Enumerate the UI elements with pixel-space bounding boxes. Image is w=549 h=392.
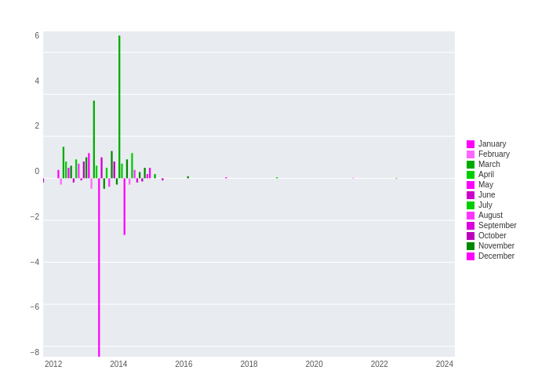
svg-rect-35 [111, 151, 112, 179]
svg-rect-55 [276, 177, 278, 178]
x-label-2012: 2012 [45, 360, 62, 368]
legend-color-may [467, 181, 474, 189]
legend-color-march [467, 161, 474, 169]
legend-label-february: February [478, 150, 510, 158]
legend-label-october: October [478, 231, 507, 240]
svg-rect-16 [63, 147, 64, 178]
legend-color-june [467, 191, 474, 199]
legend-label-december: December [478, 252, 514, 260]
legend-color-november [467, 242, 474, 250]
x-label-2020: 2020 [306, 360, 323, 368]
x-label-2024: 2024 [436, 360, 453, 368]
legend-color-july [467, 201, 474, 209]
y-label-n6: −6 [31, 303, 39, 311]
chart-plot-wrapper: 6 4 2 0 −2 −4 −6 −8 2012 2014 2016 2018 [16, 31, 455, 376]
x-label-2014: 2014 [110, 360, 127, 368]
legend-label-april: April [478, 170, 494, 179]
svg-rect-54 [225, 177, 227, 178]
svg-rect-34 [108, 178, 110, 187]
svg-rect-25 [85, 158, 87, 179]
legend-item-april: April [467, 170, 541, 179]
legend-item-march: March [467, 160, 541, 169]
svg-rect-46 [139, 172, 140, 178]
svg-rect-13 [43, 178, 44, 182]
svg-rect-30 [98, 178, 100, 357]
legend-item-october: October [467, 231, 541, 240]
legend-color-october [467, 232, 474, 240]
y-label-4: 4 [35, 77, 39, 85]
svg-rect-53 [187, 176, 189, 179]
svg-rect-22 [78, 164, 79, 179]
svg-rect-15 [60, 178, 62, 184]
legend-label-may: May [478, 180, 493, 189]
legend-color-september [467, 222, 474, 230]
svg-rect-23 [80, 178, 82, 180]
legend-label-november: November [478, 241, 514, 250]
y-label-n8: −8 [31, 348, 39, 357]
legend-label-march: March [478, 160, 500, 169]
x-axis-labels: 2012 2014 2016 2018 2020 2022 2024 [43, 357, 455, 376]
svg-rect-52 [162, 178, 163, 180]
legend-item-september: September [467, 221, 541, 230]
svg-rect-21 [75, 159, 77, 178]
chart-legend: JanuaryFebruaryMarchAprilMayJuneJulyAugu… [455, 132, 541, 260]
x-label-2022: 2022 [371, 360, 388, 368]
chart-area: 6 4 2 0 −2 −4 −6 −8 2012 2014 2016 2018 [16, 16, 455, 376]
legend-color-january [467, 140, 474, 148]
legend-label-september: September [478, 221, 517, 230]
svg-rect-44 [134, 170, 136, 179]
svg-rect-32 [104, 178, 105, 188]
svg-rect-43 [131, 153, 133, 178]
legend-label-june: June [478, 191, 496, 199]
legend-item-january: January [467, 140, 541, 148]
legend-item-june: June [467, 191, 541, 199]
legend-label-july: July [478, 201, 493, 209]
svg-rect-29 [96, 165, 97, 178]
y-label-2: 2 [35, 122, 39, 130]
svg-rect-27 [90, 178, 92, 188]
svg-rect-57 [395, 178, 397, 179]
svg-rect-14 [57, 170, 59, 179]
svg-rect-39 [121, 164, 122, 179]
svg-rect-24 [83, 162, 85, 178]
legend-color-april [467, 171, 474, 179]
y-label-0: 0 [35, 167, 39, 176]
svg-rect-47 [141, 178, 143, 181]
svg-rect-48 [144, 168, 145, 178]
svg-rect-51 [154, 174, 155, 178]
svg-rect-33 [106, 168, 107, 178]
legend-color-february [467, 151, 474, 158]
y-label-6: 6 [35, 31, 39, 40]
svg-rect-41 [126, 159, 128, 178]
legend-label-august: August [478, 211, 503, 220]
legend-item-november: November [467, 241, 541, 250]
y-label-n2: −2 [31, 212, 39, 221]
x-label-2016: 2016 [175, 360, 192, 368]
legend-item-may: May [467, 180, 541, 189]
svg-rect-19 [71, 165, 72, 178]
legend-item-december: December [467, 252, 541, 260]
svg-rect-26 [88, 153, 89, 178]
x-label-2018: 2018 [240, 360, 257, 368]
svg-rect-42 [129, 178, 130, 184]
svg-rect-40 [124, 178, 125, 234]
y-axis-labels: 6 4 2 0 −2 −4 −6 −8 [16, 31, 43, 376]
legend-color-december [467, 252, 474, 260]
svg-rect-38 [118, 35, 120, 178]
svg-rect-56 [352, 178, 354, 179]
legend-item-february: February [467, 150, 541, 158]
svg-rect-36 [114, 162, 115, 178]
chart-container: 6 4 2 0 −2 −4 −6 −8 2012 2014 2016 2018 [0, 0, 549, 392]
svg-rect-45 [136, 178, 138, 182]
svg-rect-50 [149, 168, 151, 178]
legend-label-january: January [478, 140, 507, 148]
legend-color-august [467, 212, 474, 220]
svg-rect-28 [93, 100, 95, 178]
svg-rect-49 [147, 174, 148, 178]
y-label-n4: −4 [31, 258, 39, 267]
legend-item-august: August [467, 211, 541, 220]
legend-item-july: July [467, 201, 541, 209]
svg-rect-20 [73, 178, 75, 182]
chart-title [16, 16, 455, 31]
svg-rect-31 [100, 158, 102, 179]
